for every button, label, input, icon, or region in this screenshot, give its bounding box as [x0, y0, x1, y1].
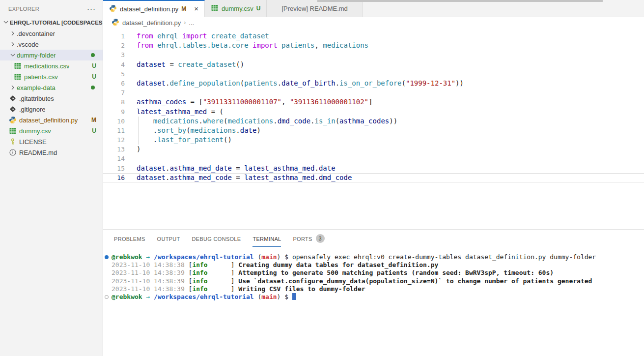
tab-dirty-indicator: M	[181, 5, 186, 12]
tree-item-label: medications.csv	[24, 62, 69, 70]
code-line-8: 8asthma_codes = ["39113311000001107", "3…	[103, 97, 644, 107]
code-text: dataset.define_population(patients.date_…	[125, 79, 464, 88]
more-actions-icon[interactable]: ···	[87, 6, 96, 11]
code-text: .sort_by(medications.date)	[125, 126, 261, 135]
git-changes-dot-badge	[91, 86, 95, 89]
git-icon	[9, 94, 17, 102]
code-text: )	[125, 145, 140, 154]
tree-item-dataset-definition-py[interactable]: dataset_definition.pyM	[0, 115, 103, 125]
line-number: 16	[103, 173, 125, 182]
code-line-2: 2from ehrql.tables.beta.core import pati…	[103, 41, 644, 50]
tree-item-patients-csv[interactable]: patients.csvU	[0, 71, 103, 82]
tree-item-dummy-csv[interactable]: dummy.csvU	[0, 125, 103, 136]
line-number: 15	[103, 164, 125, 173]
tree-item-dummy-folder[interactable]: dummy-folder	[0, 50, 103, 60]
code-text	[125, 50, 137, 59]
terminal-line-1: @rebkwok → /workspaces/ehrql-tutorial (m…	[103, 253, 644, 261]
tree-item-example-data[interactable]: example-data	[0, 82, 103, 93]
code-text: latest_asthma_med = (	[125, 107, 224, 117]
git-status-badge: U	[92, 73, 96, 80]
code-text: dataset.asthma_med_date = latest_asthma_…	[125, 164, 336, 173]
editor-tabs: dataset_definition.pyM×dummy.csvU[Previe…	[103, 0, 363, 17]
terminal-line-4: 2023-11-10 14:38:39 [info ] Use `dataset…	[103, 277, 644, 285]
line-number: 11	[103, 126, 125, 135]
code-text: .last_for_patient()	[125, 135, 232, 145]
code-text: asthma_codes = ["39113311000001107", "39…	[125, 97, 372, 107]
code-editor[interactable]: 1from ehrql import create_dataset2from e…	[103, 28, 644, 229]
code-line-16: 16dataset.asthma_med_code = latest_asthm…	[103, 173, 644, 182]
chevron-right-icon	[9, 30, 17, 37]
code-line-6: 6dataset.define_population(patients.date…	[103, 79, 644, 88]
tree-item-license[interactable]: LICENSE	[0, 136, 103, 147]
code-line-11: 11 .sort_by(medications.date)	[103, 126, 644, 135]
line-number: 10	[103, 117, 125, 126]
python-icon	[112, 18, 119, 28]
tab-label: dataset_definition.py	[120, 5, 178, 13]
prompt-decoration-icon[interactable]	[105, 295, 109, 299]
terminal-cursor	[292, 293, 296, 300]
panel-tab-debug-console[interactable]: DEBUG CONSOLE	[186, 230, 247, 247]
git-status-badge: U	[92, 62, 96, 69]
code-line-7: 7	[103, 88, 644, 97]
code-text: medications.where(medications.dmd_code.i…	[125, 117, 397, 126]
code-text: dataset.asthma_med_code = latest_asthma_…	[125, 173, 352, 182]
tree-item-label: LICENSE	[19, 138, 47, 146]
tree-root-folder[interactable]: EHRQL-TUTORIAL [CODESPACES:...	[0, 17, 103, 28]
code-line-1: 1from ehrql import create_dataset	[103, 31, 644, 41]
line-number: 8	[103, 97, 125, 107]
panel-tab-terminal[interactable]: TERMINAL	[247, 230, 287, 247]
code-line-13: 13)	[103, 145, 644, 154]
vscode-window: EXPLORER ··· EHRQL-TUTORIAL [CODESPACES:…	[0, 0, 644, 356]
chevron-down-icon	[2, 18, 10, 27]
indent-guide	[138, 135, 139, 145]
python-icon	[9, 116, 17, 124]
panel-tab-label: PROBLEMS	[114, 231, 145, 247]
tree-item-gitattributes[interactable]: .gitattributes	[0, 93, 103, 104]
panel-tab-ports[interactable]: PORTS3	[287, 230, 330, 247]
breadcrumb-symbol[interactable]: ...	[189, 19, 194, 27]
tree-item-gitignore[interactable]: .gitignore	[0, 104, 103, 115]
terminal[interactable]: @rebkwok → /workspaces/ehrql-tutorial (m…	[103, 247, 644, 356]
line-number: 7	[103, 88, 125, 97]
tab-preview-readme-md[interactable]: [Preview] README.md	[267, 0, 363, 17]
panel-tabs: PROBLEMSOUTPUTDEBUG CONSOLETERMINALPORTS…	[103, 230, 644, 247]
file-tree: .devcontainer.vscodedummy-foldermedicati…	[0, 28, 103, 158]
chevron-down-icon	[9, 51, 17, 59]
tree-item-label: .gitignore	[19, 106, 45, 113]
csv-icon	[211, 4, 219, 13]
code-line-5: 5	[103, 69, 644, 79]
tree-item-label: README.md	[19, 149, 57, 156]
tree-item-label: .gitattributes	[19, 95, 54, 102]
terminal-line-5: 2023-11-10 14:38:39 [info ] Writing CSV …	[103, 285, 644, 293]
tree-item-label: dataset_definition.py	[19, 117, 78, 124]
panel-tab-label: DEBUG CONSOLE	[192, 231, 241, 247]
code-text: from ehrql.tables.beta.core import patie…	[125, 41, 368, 50]
code-text	[125, 154, 137, 163]
close-icon[interactable]: ×	[194, 6, 198, 12]
tab-scrollbar-thumb[interactable]	[317, 0, 603, 2]
tree-item-readme-md[interactable]: README.md	[0, 147, 103, 158]
chevron-right-icon	[9, 84, 17, 91]
tree-item-medications-csv[interactable]: medications.csvU	[0, 60, 103, 71]
tab-dataset-definition-py[interactable]: dataset_definition.pyM×	[103, 0, 205, 17]
breadcrumb-file[interactable]: dataset_definition.py	[122, 19, 181, 27]
panel-tab-problems[interactable]: PROBLEMS	[108, 230, 151, 247]
line-number: 3	[103, 50, 125, 59]
panel-tab-label: PORTS	[293, 231, 312, 247]
breadcrumb[interactable]: dataset_definition.py › ...	[103, 17, 644, 28]
tab-dirty-indicator: U	[256, 5, 261, 12]
line-number: 2	[103, 41, 125, 50]
ports-count-badge: 3	[316, 234, 325, 243]
indent-guide	[11, 60, 11, 71]
tree-item-devcontainer[interactable]: .devcontainer	[0, 28, 103, 39]
indent-guide	[138, 117, 139, 126]
python-icon	[109, 4, 117, 14]
csv-icon	[9, 127, 17, 135]
panel-tab-output[interactable]: OUTPUT	[151, 230, 186, 247]
tree-item-vscode[interactable]: .vscode	[0, 39, 103, 50]
code-line-3: 3	[103, 50, 644, 59]
tab-dummy-csv[interactable]: dummy.csvU	[205, 0, 267, 17]
command-decoration-icon[interactable]	[105, 255, 109, 259]
tree-item-label: dummy-folder	[17, 52, 56, 59]
tree-item-label: example-data	[17, 84, 56, 91]
